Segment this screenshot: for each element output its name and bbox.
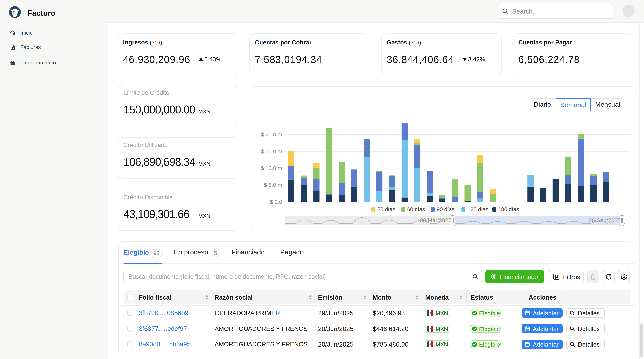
svg-text:30 días: 30 días bbox=[378, 206, 395, 212]
svg-text:$ 15.0 m: $ 15.0 m bbox=[261, 148, 282, 154]
svg-text:$ 20.0 m: $ 20.0 m bbox=[261, 131, 282, 138]
svg-text:90 días: 90 días bbox=[437, 206, 454, 212]
svg-text:08/Mar/2025: 08/Mar/2025 bbox=[420, 217, 452, 223]
svg-text:$ 0.0: $ 0.0 bbox=[270, 199, 282, 205]
svg-text:60 días: 60 días bbox=[407, 206, 425, 212]
svg-text:$ 10.0 m: $ 10.0 m bbox=[261, 165, 282, 171]
svg-text:$ 5.0 m: $ 5.0 m bbox=[264, 182, 282, 188]
svg-text:180 días: 180 días bbox=[498, 206, 519, 212]
svg-text:06/Sep/2025: 06/Sep/2025 bbox=[589, 217, 621, 223]
svg-text:120 días: 120 días bbox=[468, 206, 488, 212]
